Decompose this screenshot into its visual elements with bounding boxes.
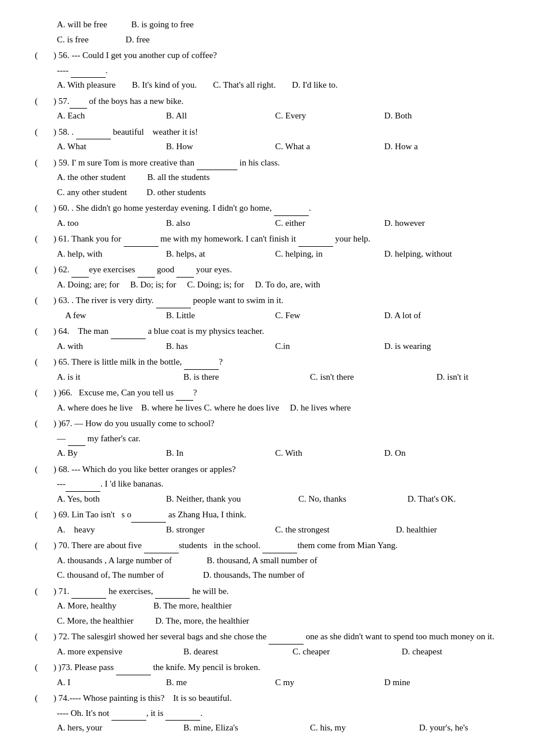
q58-options: A. What B. How C. What a D. How a: [35, 139, 499, 154]
q67-sub: — my father's car.: [35, 431, 499, 447]
q71-options: A. More, healthy B. The more, healthier …: [35, 599, 499, 628]
q65-text: ) 65. There is little milk in the bottle…: [53, 355, 499, 370]
q67-options: A. By B. In C. With D. On: [35, 446, 499, 461]
q70-text: ) 70. There are about five students in t…: [53, 538, 499, 553]
question-57: ( ) 57. of the boys has a new bike. A. E…: [35, 94, 499, 124]
exam-content: A. will be free B. is going to free C. i…: [35, 17, 499, 736]
q65-options: A. is it B. is there C. isn't there D. i…: [35, 370, 499, 385]
q68-text: ) 68. --- Which do you like better orang…: [53, 462, 499, 477]
q67-text: ) )67. — How do you usually come to scho…: [53, 416, 499, 431]
q68-sub: ---. I 'd like bananas.: [35, 477, 499, 492]
q74-sub: ---- Oh. It's not , it is .: [35, 706, 499, 721]
q63-text: ) 63. . The river is very dirty. people …: [53, 293, 499, 308]
q71-text: ) 71. he exercises, he will be.: [53, 584, 499, 599]
question-73: ( ) )73. Please pass the knife. My penci…: [35, 660, 499, 690]
q59-text: ) 59. I' m sure Tom is more creative tha…: [53, 156, 499, 171]
q74-options: A. hers, your B. mine, Eliza's C. his, m…: [35, 721, 499, 736]
question-62: ( ) 62. eye exercises good your eyes. A.…: [35, 262, 499, 292]
q64-options: A. with B. has C.in D. is wearing: [35, 339, 499, 354]
q59-options: A. the other student B. all the students…: [35, 170, 499, 200]
q68-options: A. Yes, both B. Neither, thank you C. No…: [35, 492, 499, 507]
q73-options: A. I B. me C my D mine: [35, 675, 499, 690]
q60-text: ) 60. . She didn't go home yesterday eve…: [53, 201, 499, 216]
question-68: ( ) 68. --- Which do you like better ora…: [35, 462, 499, 507]
question-64: ( ) 64. The man a blue coat is my physic…: [35, 324, 499, 354]
question-70: ( ) 70. There are about five students in…: [35, 538, 499, 583]
q74-text: ) 74.---- Whose painting is this? It is …: [53, 691, 499, 706]
q64-text: ) 64. The man a blue coat is my physics …: [53, 324, 499, 339]
q73-text: ) )73. Please pass the knife. My pencil …: [53, 660, 499, 675]
pre-options-1: A. will be free B. is going to free C. i…: [35, 17, 499, 47]
question-61: ( ) 61. Thank you for me with my homewor…: [35, 232, 499, 261]
question-65: ( ) 65. There is little milk in the bott…: [35, 355, 499, 384]
q57-options: A. Each B. All C. Every D. Both: [35, 109, 499, 124]
question-63: ( ) 63. . The river is very dirty. peopl…: [35, 293, 499, 323]
q63-options: A few B. Little C. Few D. A lot of: [35, 308, 499, 323]
q66-text: ) )66. Excuse me, Can you tell us ?: [53, 386, 499, 401]
q69-text: ) 69. Lin Tao isn't s o as Zhang Hua, I …: [53, 507, 499, 523]
question-60: ( ) 60. . She didn't go home yesterday e…: [35, 201, 499, 231]
question-58: ( ) 58. . beautiful weather it is! A. Wh…: [35, 125, 499, 154]
question-67: ( ) )67. — How do you usually come to sc…: [35, 416, 499, 461]
q56-text: ) 56. --- Could I get you another cup of…: [53, 48, 499, 63]
q58-text: ) 58. . beautiful weather it is!: [53, 125, 499, 140]
q72-text: ) 72. The salesgirl showed her several b…: [53, 629, 499, 645]
q72-options: A. more expensive B. dearest C. cheaper …: [35, 645, 499, 660]
question-72: ( ) 72. The salesgirl showed her several…: [35, 629, 499, 659]
question-56: ( ) 56. --- Could I get you another cup …: [35, 48, 499, 93]
q69-options: A. heavy B. stronger C. the strongest D.…: [35, 523, 499, 538]
q60-options: A. too B. also C. either D. however: [35, 216, 499, 231]
q56-sub: ---- .: [35, 63, 499, 78]
q57-text: ) 57. of the boys has a new bike.: [53, 94, 499, 109]
question-69: ( ) 69. Lin Tao isn't s o as Zhang Hua, …: [35, 507, 499, 537]
q61-text: ) 61. Thank you for me with my homework.…: [53, 232, 499, 247]
q62-text: ) 62. eye exercises good your eyes.: [53, 262, 499, 278]
q61-options: A. help, with B. helps, at C. helping, i…: [35, 247, 499, 262]
q70-options: A. thousands , A large number of B. thou…: [35, 553, 499, 583]
question-59: ( ) 59. I' m sure Tom is more creative t…: [35, 156, 499, 200]
q56-options: A. With pleasure B. It's kind of you. C.…: [35, 78, 499, 93]
question-66: ( ) )66. Excuse me, Can you tell us ? A.…: [35, 386, 499, 415]
q62-options: A. Doing; are; for B. Do; is; for C. Doi…: [35, 278, 499, 293]
q66-options: A. where does he live B. where he lives …: [35, 401, 499, 416]
question-71: ( ) 71. he exercises, he will be. A. Mor…: [35, 584, 499, 629]
question-74: ( ) 74.---- Whose painting is this? It i…: [35, 691, 499, 736]
